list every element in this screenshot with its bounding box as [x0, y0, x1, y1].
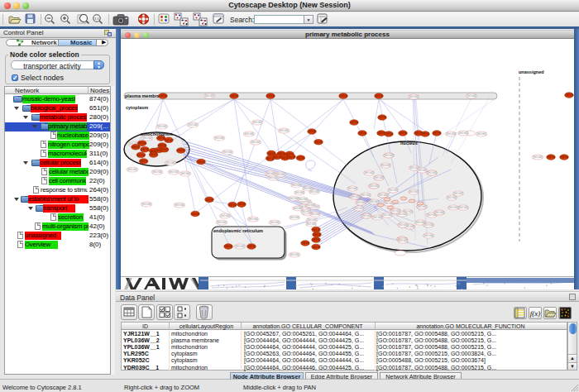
svg-text:[GO:0]: [GO:0]	[340, 94, 347, 98]
svg-text:[GO:00]: [GO:00]	[301, 210, 310, 213]
svg-text:[GO:0]: [GO:0]	[313, 228, 320, 232]
svg-text:[GO:0]: [GO:0]	[313, 238, 320, 241]
svg-text:[GO:00]: [GO:00]	[417, 205, 426, 208]
svg-text:[GO:00]: [GO:00]	[434, 211, 443, 214]
svg-text:[GO:00]: [GO:00]	[448, 206, 457, 209]
svg-text:[GO:0]: [GO:0]	[309, 130, 316, 133]
svg-text:[GO:00]: [GO:00]	[157, 125, 166, 128]
svg-text:[GO:00]: [GO:00]	[180, 172, 189, 175]
svg-text:[GO:00]: [GO:00]	[467, 94, 476, 98]
svg-text:nucleus: nucleus	[400, 141, 418, 146]
svg-text:[GO:0]: [GO:0]	[400, 131, 407, 135]
svg-text:[GO:00]: [GO:00]	[382, 213, 391, 217]
svg-text:[GO:0]: [GO:0]	[229, 203, 237, 207]
svg-text:[GO:00]: [GO:00]	[390, 209, 400, 213]
svg-text:[GO:00]: [GO:00]	[248, 218, 257, 221]
svg-text:[GO:00]: [GO:00]	[309, 190, 318, 194]
svg-text:[GO:00]: [GO:00]	[214, 136, 223, 140]
svg-text:[GO:0]: [GO:0]	[248, 245, 256, 248]
svg-text:[GO:00]: [GO:00]	[290, 253, 299, 256]
svg-text:[GO:0]: [GO:0]	[138, 141, 146, 145]
svg-text:[GO:00]: [GO:00]	[458, 131, 467, 135]
svg-text:[GO:0]: [GO:0]	[137, 154, 145, 157]
svg-text:[GO:0]: [GO:0]	[160, 148, 168, 151]
svg-text:[GO:00]: [GO:00]	[447, 196, 456, 199]
svg-text:[GO:00]: [GO:00]	[251, 141, 260, 144]
svg-text:[GO:00]: [GO:00]	[244, 132, 253, 136]
svg-text:[GO:0]: [GO:0]	[376, 94, 383, 98]
svg-text:[GO:0]: [GO:0]	[198, 160, 205, 164]
svg-text:[GO:0]: [GO:0]	[379, 116, 386, 119]
svg-text:[GO:0]: [GO:0]	[297, 156, 304, 160]
svg-text:[GO:00]: [GO:00]	[290, 216, 299, 219]
svg-text:[GO:0]: [GO:0]	[378, 131, 385, 135]
svg-text:[GO:00]: [GO:00]	[372, 216, 381, 219]
svg-text:[GO:00]: [GO:00]	[378, 194, 387, 197]
svg-text:[GO:00]: [GO:00]	[188, 123, 197, 127]
svg-text:[GO:0]: [GO:0]	[141, 148, 149, 151]
svg-text:[GO:00]: [GO:00]	[356, 201, 365, 204]
svg-text:[GO:00]: [GO:00]	[458, 206, 467, 209]
svg-text:1:1: 1:1	[94, 17, 99, 21]
svg-text:[GO:00]: [GO:00]	[220, 214, 229, 218]
svg-text:[GO:00]: [GO:00]	[350, 195, 359, 198]
svg-text:[GO:00]: [GO:00]	[152, 170, 161, 174]
svg-text:[GO:00]: [GO:00]	[306, 222, 315, 226]
svg-text:[GO:00]: [GO:00]	[388, 189, 397, 192]
svg-text:[GO:0]: [GO:0]	[206, 198, 213, 202]
svg-text:[GO:00]: [GO:00]	[446, 132, 455, 136]
svg-text:[GO:0]: [GO:0]	[177, 149, 184, 152]
svg-text:[GO:0]: [GO:0]	[231, 94, 238, 98]
svg-text:[GO:0]: [GO:0]	[359, 131, 366, 135]
svg-text:[GO:0]: [GO:0]	[288, 155, 295, 159]
svg-text:[GO:00]: [GO:00]	[142, 136, 151, 140]
svg-text:[GO:0]: [GO:0]	[313, 233, 321, 237]
svg-text:[GO:00]: [GO:00]	[294, 191, 304, 194]
svg-text:[GO:00]: [GO:00]	[305, 203, 314, 207]
svg-text:[GO:00]: [GO:00]	[270, 221, 279, 224]
svg-text:[GO:0]: [GO:0]	[315, 141, 323, 144]
svg-text:f(x): f(x)	[530, 309, 541, 318]
svg-text:[GO:00]: [GO:00]	[476, 132, 486, 136]
svg-text:[GO:00]: [GO:00]	[252, 121, 261, 124]
svg-text:[GO:0]: [GO:0]	[422, 132, 429, 136]
svg-text:[GO:00]: [GO:00]	[423, 223, 433, 227]
svg-text:[GO:00]: [GO:00]	[369, 184, 378, 188]
svg-text:[GO:0]: [GO:0]	[160, 94, 167, 98]
svg-text:[GO:0]: [GO:0]	[150, 153, 157, 156]
svg-text:endoplasmic reticulum: endoplasmic reticulum	[213, 228, 263, 233]
svg-text:[GO:0]: [GO:0]	[385, 132, 393, 136]
svg-text:[GO:00]: [GO:00]	[204, 94, 213, 98]
svg-text:[GO:00]: [GO:00]	[369, 200, 378, 203]
svg-text:[GO:00]: [GO:00]	[268, 176, 277, 179]
svg-text:[GO:00]: [GO:00]	[169, 170, 178, 174]
svg-text:[GO:0]: [GO:0]	[313, 246, 320, 249]
svg-text:[GO:0]: [GO:0]	[192, 213, 199, 216]
svg-text:[GO:00]: [GO:00]	[453, 192, 462, 195]
svg-text:[GO:00]: [GO:00]	[398, 239, 407, 242]
svg-text:[GO:00]: [GO:00]	[409, 190, 418, 194]
svg-text:[GO:0]: [GO:0]	[566, 93, 573, 97]
svg-text:[GO:00]: [GO:00]	[266, 172, 275, 175]
svg-text:[GO:00]: [GO:00]	[217, 221, 226, 224]
svg-text:cytoplasm: cytoplasm	[126, 105, 148, 110]
svg-text:[GO:00]: [GO:00]	[223, 151, 232, 154]
svg-text:[GO:00]: [GO:00]	[298, 198, 307, 201]
svg-text:[GO:0]: [GO:0]	[165, 139, 173, 142]
svg-text:[GO:00]: [GO:00]	[175, 203, 184, 207]
svg-text:[GO:0]: [GO:0]	[266, 157, 274, 160]
svg-text:[GO:00]: [GO:00]	[354, 207, 363, 210]
svg-text:unassigned: unassigned	[519, 69, 544, 74]
svg-text:[GO:0]: [GO:0]	[238, 203, 246, 206]
svg-text:[GO:0]: [GO:0]	[302, 241, 309, 245]
svg-text:[GO:00]: [GO:00]	[364, 171, 373, 174]
svg-text:[GO:0]: [GO:0]	[225, 245, 232, 248]
svg-text:[GO:00]: [GO:00]	[235, 245, 244, 248]
svg-text:[GO:00]: [GO:00]	[289, 197, 298, 200]
svg-text:[GO:00]: [GO:00]	[423, 234, 433, 237]
svg-text:[GO:0]: [GO:0]	[157, 136, 165, 140]
svg-text:[GO:0]: [GO:0]	[267, 94, 275, 98]
svg-text:[GO:0]: [GO:0]	[132, 146, 140, 149]
svg-text:[GO:00]: [GO:00]	[361, 194, 370, 197]
svg-text:[GO:00]: [GO:00]	[397, 213, 406, 216]
